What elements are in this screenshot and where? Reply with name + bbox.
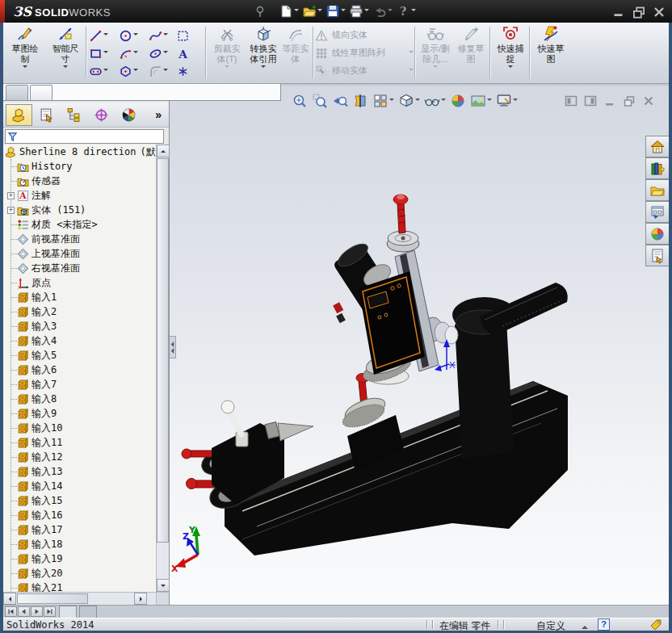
tree-item[interactable]: + 输入12 [11, 450, 157, 464]
tree-item[interactable]: + 前视基准面 [11, 232, 157, 246]
pane-left-icon[interactable] [564, 94, 578, 108]
menu-item[interactable] [162, 8, 180, 15]
tab-nav-button[interactable] [18, 606, 30, 617]
tab-nav-button[interactable] [31, 606, 43, 617]
taskpane-button[interactable] [645, 157, 669, 179]
quick-snaps-button[interactable]: 快速捕捉 [493, 24, 528, 82]
menu-item[interactable] [198, 8, 216, 15]
dropdown-arrow[interactable] [103, 51, 108, 56]
tree-item[interactable]: + 输入11 [11, 435, 157, 450]
quick-tool-button[interactable] [371, 2, 394, 20]
sketch-entity-button[interactable] [149, 27, 176, 44]
sketch-button[interactable]: 草图绘制 [5, 24, 45, 82]
help-status-icon[interactable]: ? [598, 618, 610, 631]
tree-root-item[interactable]: Sherline 8 direction (默认 [3, 145, 157, 159]
tree-item[interactable]: + 原点 [11, 275, 157, 290]
view-tool-button[interactable] [423, 92, 447, 110]
tree-item[interactable]: + 输入2 [11, 304, 157, 319]
study-tab[interactable] [79, 606, 97, 618]
tree-item[interactable]: + 材质 <未指定> [11, 217, 157, 232]
dropdown-arrow[interactable] [103, 33, 108, 38]
dropdown-arrow[interactable] [163, 69, 168, 73]
tree-item[interactable]: + 传感器 [11, 174, 157, 188]
tree-item[interactable]: + 输入14 [11, 479, 157, 493]
tree-item[interactable]: + 输入3 [11, 319, 157, 333]
tree-item[interactable]: + 输入5 [11, 348, 157, 363]
dropdown-arrow[interactable] [23, 65, 27, 70]
dropdown-arrow[interactable] [508, 65, 513, 70]
view-tool-button[interactable] [469, 92, 493, 110]
manager-tab-button[interactable] [88, 104, 115, 126]
expand-toggle[interactable]: + [7, 207, 15, 214]
command-tab[interactable] [30, 85, 52, 100]
panel-splitter-handle[interactable] [170, 336, 176, 358]
model-3d-view[interactable]: Y X Z [170, 86, 669, 605]
dropdown-arrow[interactable] [341, 9, 346, 14]
offset-entities-button[interactable]: 等距实体 [279, 24, 312, 82]
tree-item[interactable]: + 输入7 [11, 377, 157, 392]
tree-item[interactable]: + 输入6 [11, 363, 157, 377]
menu-item[interactable] [180, 8, 198, 15]
tree-item[interactable]: + 输入15 [11, 493, 157, 508]
rapid-sketch-button[interactable]: 快速草图 [532, 24, 569, 82]
dropdown-arrow[interactable] [433, 65, 438, 70]
restore-button[interactable] [631, 4, 647, 19]
taskpane-button[interactable] [645, 201, 669, 223]
min-icon[interactable] [603, 94, 617, 108]
taskpane-button[interactable] [645, 245, 669, 266]
tree-item[interactable]: + 输入21 [11, 581, 157, 592]
sketch-entity-button[interactable] [149, 44, 176, 62]
tree-item[interactable]: + 输入20 [11, 566, 157, 581]
tree-horizontal-scrollbar[interactable] [3, 592, 157, 605]
view-tool-button[interactable] [372, 92, 395, 110]
sketch-entity-button[interactable] [89, 27, 119, 44]
pane-right-icon[interactable] [583, 94, 598, 108]
dropdown-arrow[interactable] [133, 69, 138, 73]
view-tool-button[interactable] [331, 92, 349, 110]
dropdown-arrow[interactable] [163, 51, 168, 56]
minimize-button[interactable] [611, 4, 627, 19]
taskpane-button[interactable] [645, 136, 669, 157]
dropdown-arrow[interactable] [409, 69, 414, 73]
tree-item[interactable]: + 输入1 [11, 290, 157, 304]
tree-vertical-scrollbar[interactable] [156, 145, 169, 592]
tree-filter-input[interactable] [18, 131, 163, 142]
sketch-entity-button[interactable] [119, 62, 149, 80]
restore-icon[interactable] [622, 94, 636, 108]
quick-tool-button[interactable]: ? [394, 2, 418, 20]
quick-tool-button[interactable] [300, 2, 324, 20]
dropdown-arrow[interactable] [261, 65, 266, 70]
dropdown-arrow[interactable] [163, 33, 168, 38]
tree-item[interactable]: + 上视基准面 [11, 246, 157, 261]
tab-nav-button[interactable] [44, 606, 56, 617]
sketch-entity-button[interactable] [176, 27, 200, 44]
study-tab[interactable] [59, 606, 77, 618]
sketch-entity-button[interactable] [149, 62, 176, 80]
sketch-entity-button[interactable] [89, 44, 119, 62]
dropdown-arrow[interactable] [294, 9, 299, 14]
dropdown-arrow[interactable] [133, 33, 138, 38]
tab-nav-button[interactable] [5, 606, 17, 617]
menu-item[interactable] [127, 8, 145, 15]
dropdown-arrow[interactable] [409, 51, 414, 56]
command-tab[interactable] [6, 85, 28, 100]
pin-menubar-icon[interactable] [253, 4, 267, 19]
scrollbar-thumb[interactable] [157, 158, 169, 543]
dropdown-arrow[interactable] [411, 9, 416, 14]
close-button[interactable] [651, 4, 667, 19]
quick-tool-button[interactable] [347, 2, 371, 20]
dropdown-arrow[interactable] [63, 65, 68, 70]
tree-item[interactable]: + 输入13 [11, 464, 157, 479]
dropdown-arrow[interactable] [513, 99, 518, 103]
tree-item[interactable]: + 输入9 [11, 406, 157, 421]
tree-item[interactable]: + 输入17 [11, 522, 157, 537]
sketch-entity-button[interactable]: A [176, 44, 200, 62]
view-tool-button[interactable] [291, 92, 309, 110]
mirror-entities-button[interactable]: 镜向实体 [315, 27, 414, 44]
taskpane-button[interactable] [645, 223, 669, 245]
manager-tab-button[interactable] [61, 104, 87, 126]
tree-item[interactable]: + 输入19 [11, 551, 157, 566]
sketch-entity-button[interactable] [176, 62, 200, 80]
menu-item[interactable] [145, 8, 162, 15]
manager-tab-button[interactable] [116, 104, 142, 126]
